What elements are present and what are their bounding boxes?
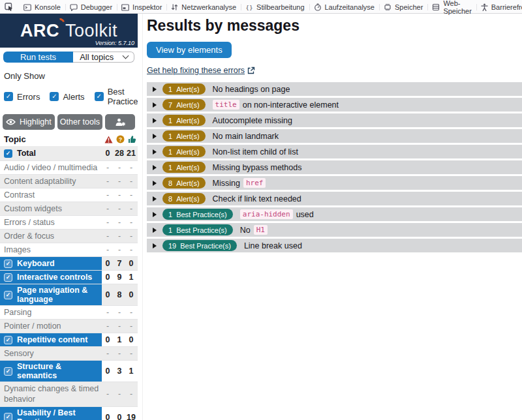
topic-row[interactable]: Pointer / motion---: [0, 320, 138, 333]
other-tools-button[interactable]: Other tools: [57, 114, 102, 130]
tab-label: Netzwerkanalyse: [181, 3, 236, 11]
result-row[interactable]: 7Alert(s)titleon non-interactive element: [147, 98, 522, 112]
topic-row[interactable]: ✓Repetitive content010: [0, 333, 138, 347]
badge-kind: Alert(s): [176, 101, 199, 109]
expander-icon[interactable]: [153, 165, 157, 170]
errors-column-icon: [102, 136, 114, 143]
topic-row[interactable]: ✓Total02821: [0, 146, 138, 161]
filter-label: Best Practices: [108, 87, 138, 106]
expander-icon[interactable]: [153, 102, 157, 108]
topic-checkbox[interactable]: ✓: [4, 260, 12, 268]
expander-icon[interactable]: [153, 181, 157, 186]
expander-icon[interactable]: [153, 134, 157, 139]
result-row[interactable]: 1Alert(s)Autocomplete missing: [147, 113, 522, 127]
tab-barrierefreiheit[interactable]: Barrierefreiheit: [476, 0, 522, 13]
topic-row[interactable]: Audio / video / multimedia---: [0, 161, 138, 175]
tab-stilbearbeitung[interactable]: {}Stilbearbeitung: [241, 0, 309, 13]
tab-laufzeitanalyse[interactable]: Laufzeitanalyse: [309, 0, 379, 13]
topic-checkbox[interactable]: ✓: [4, 413, 12, 420]
user-settings-button[interactable]: [105, 114, 135, 130]
topic-row[interactable]: Content adaptability---: [0, 175, 138, 188]
tab-label: Stilbearbeitung: [256, 3, 304, 11]
expander-icon[interactable]: [153, 87, 157, 92]
message-text: Missing bypass methods: [213, 163, 302, 172]
topic-checkbox[interactable]: ✓: [4, 291, 12, 299]
errors-count: -: [102, 245, 114, 254]
topic-label: Parsing: [4, 308, 31, 317]
result-row[interactable]: 8Alert(s)Missinghref: [147, 176, 522, 190]
highlight-label: Highlight: [20, 117, 52, 127]
topic-row[interactable]: Sensory---: [0, 347, 138, 361]
topic-row[interactable]: Order & focus---: [0, 230, 138, 243]
external-link-icon: [247, 67, 255, 74]
topic-checkbox[interactable]: ✓: [4, 149, 12, 158]
highlight-button[interactable]: Highlight: [3, 114, 55, 130]
result-row[interactable]: 1Alert(s)Non-list item child of list: [147, 145, 522, 158]
topic-row-label-cell: Content adaptability: [0, 175, 102, 188]
topic-row[interactable]: ✓Page navigation & language080: [0, 284, 138, 306]
topics-dropdown[interactable]: All topics: [73, 52, 134, 63]
topic-row[interactable]: Errors / status---: [0, 216, 138, 230]
eye-icon: [6, 119, 16, 125]
errors-count: -: [102, 163, 114, 172]
filter-alerts[interactable]: ✓Alerts: [50, 87, 84, 106]
count-badge: 19Best Practice(s): [162, 240, 237, 251]
topic-row[interactable]: ✓Keyboard070: [0, 257, 138, 271]
topic-row[interactable]: ✓Structure & semantics031: [0, 361, 138, 382]
tab-debugger[interactable]: Debugger: [65, 0, 117, 13]
topic-checkbox[interactable]: ✓: [4, 367, 12, 376]
badge-count: 1: [168, 148, 172, 156]
topic-checkbox[interactable]: ✓: [4, 273, 12, 282]
view-by-elements-button[interactable]: View by elements: [147, 42, 232, 58]
result-row[interactable]: 1Alert(s)No main landmark: [147, 129, 522, 143]
checkbox-icon[interactable]: ✓: [50, 92, 59, 101]
topic-row[interactable]: Dynamic changes & timed behavior---: [0, 382, 138, 407]
topic-checkbox[interactable]: ✓: [4, 336, 12, 344]
tab-web-speicher[interactable]: Web-Speicher: [427, 0, 476, 13]
expander-icon[interactable]: [153, 196, 157, 202]
topic-counts: 091: [102, 271, 138, 284]
tab-konsole[interactable]: Konsole: [19, 0, 65, 13]
result-row[interactable]: 1Best Practice(s)NoH1: [147, 223, 522, 237]
topic-row[interactable]: ✓Usability / Best Practice0019: [0, 407, 138, 420]
get-help-link-label: Get help fixing these errors: [147, 66, 245, 75]
get-help-link[interactable]: Get help fixing these errors: [147, 66, 255, 75]
topic-counts: ---: [102, 320, 138, 333]
checkbox-icon[interactable]: ✓: [95, 92, 104, 101]
code-token: href: [243, 178, 266, 188]
message-text: Line break used: [244, 241, 302, 250]
expander-icon[interactable]: [153, 118, 157, 123]
best-practices-count: 1: [125, 367, 137, 376]
topic-row-label-cell: Sensory: [0, 347, 102, 360]
tab-speicher[interactable]: Speicher: [379, 0, 427, 13]
tab-netzwerkanalyse[interactable]: Netzwerkanalyse: [166, 0, 241, 13]
expander-icon[interactable]: [153, 243, 157, 248]
badge-kind: Best Practice(s): [176, 226, 227, 234]
expander-icon[interactable]: [153, 228, 157, 233]
topics-dropdown-value: All topics: [80, 52, 114, 62]
result-row[interactable]: 1Alert(s)Missing bypass methods: [147, 160, 522, 174]
topic-row[interactable]: ✓Interactive controls091: [0, 271, 138, 284]
run-tests-button[interactable]: Run tests: [3, 52, 73, 63]
result-row[interactable]: 1Alert(s)No headings on page: [147, 82, 522, 96]
result-row[interactable]: 1Best Practice(s)aria-hiddenused: [147, 207, 522, 221]
result-row[interactable]: 8Alert(s)Check if link text needed: [147, 192, 522, 205]
expander-icon[interactable]: [153, 149, 157, 155]
topic-row[interactable]: Parsing---: [0, 306, 138, 320]
arc-toolkit-logo: ARCToolkit: [20, 21, 117, 41]
alerts-count: -: [114, 308, 125, 317]
topic-counts: ---: [102, 216, 138, 229]
topic-row[interactable]: Contrast---: [0, 188, 138, 202]
filter-best-practices[interactable]: ✓Best Practices: [95, 87, 138, 106]
badge-kind: Alert(s): [176, 132, 199, 140]
filter-errors[interactable]: ✓Errors: [4, 87, 40, 106]
pick-element-button[interactable]: [0, 0, 18, 13]
topic-row[interactable]: Custom widgets---: [0, 202, 138, 216]
best-practices-column-icon: [126, 135, 138, 143]
tab-inspektor[interactable]: Inspektor: [117, 0, 166, 13]
topic-row[interactable]: Images---: [0, 243, 138, 257]
expander-icon[interactable]: [153, 212, 157, 217]
errors-count: 0: [102, 335, 114, 344]
checkbox-icon[interactable]: ✓: [4, 92, 13, 101]
result-row[interactable]: 19Best Practice(s)Line break used: [147, 239, 522, 252]
